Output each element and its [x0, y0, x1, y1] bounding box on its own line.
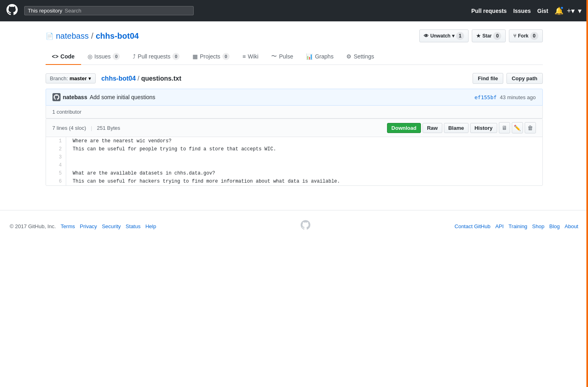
line-code: This can be useful for hackers trying to… [66, 177, 542, 185]
search-bar[interactable]: This repository [24, 6, 194, 15]
footer-api-link[interactable]: API [495, 223, 504, 229]
eye-icon: 👁 [424, 33, 429, 39]
commit-info: natebass Add some initial questions [52, 93, 155, 101]
footer-copyright: © 2017 GitHub, Inc. [10, 223, 56, 229]
issues-badge: 0 [113, 53, 120, 60]
tab-wiki-label: Wiki [248, 53, 258, 60]
table-row: 4 [46, 161, 542, 169]
footer-privacy-link[interactable]: Privacy [80, 223, 97, 229]
tab-pulse[interactable]: 〜 Pulse [265, 49, 299, 65]
footer-security-link[interactable]: Security [102, 223, 121, 229]
line-code [66, 153, 542, 161]
graphs-icon: 📊 [306, 53, 313, 60]
table-row: 2 This can be useful for people trying t… [46, 145, 542, 153]
breadcrumb-actions: Find file Copy path [473, 73, 542, 84]
gist-link[interactable]: Gist [537, 8, 548, 14]
star-label: Star [482, 33, 492, 39]
tab-settings-label: Settings [354, 53, 374, 60]
repo-title: 📄 natebass / chhs-bot04 [46, 31, 139, 41]
history-button[interactable]: History [470, 123, 497, 133]
line-code: This can be useful for people trying to … [66, 145, 542, 153]
code-icon: <> [52, 53, 59, 60]
repo-actions: 👁 Unwatch ▾ 1 ★ Star 0 ⑂ Fork 0 [419, 29, 542, 42]
tab-code[interactable]: <> Code [46, 49, 81, 65]
tab-issues[interactable]: ◎ Issues 0 [81, 49, 126, 65]
desktop-icon[interactable]: 🖥 [499, 122, 510, 133]
tab-issues-label: Issues [94, 53, 111, 60]
branch-selector-button[interactable]: Branch: master ▾ [46, 73, 96, 83]
unwatch-label: Unwatch [430, 33, 450, 39]
blame-button[interactable]: Blame [444, 123, 469, 133]
delete-icon[interactable]: 🗑 [525, 122, 536, 133]
tab-projects[interactable]: ▦ Projects 0 [186, 49, 236, 65]
notifications-button[interactable]: 🔔 [555, 6, 563, 15]
unwatch-button[interactable]: 👁 Unwatch ▾ 1 [419, 29, 469, 42]
breadcrumb: Branch: master ▾ chhs-bot04 / questions.… [46, 73, 182, 83]
footer-right: Contact GitHub API Training Shop Blog Ab… [454, 223, 578, 229]
unwatch-dropdown-icon: ▾ [452, 33, 454, 39]
download-button[interactable]: Download [387, 123, 421, 133]
tab-wiki[interactable]: ≡ Wiki [236, 49, 265, 65]
file-size: 251 Bytes [97, 125, 120, 131]
edit-icon[interactable]: ✏️ [512, 122, 523, 133]
file-lines-info: 7 lines (4 sloc) | 251 Bytes [52, 125, 120, 131]
site-header: This repository Pull requests Issues Gis… [0, 0, 588, 21]
site-footer: © 2017 GitHub, Inc. Terms Privacy Securi… [0, 210, 588, 242]
tab-settings[interactable]: ⚙ Settings [340, 49, 381, 65]
commit-sha-link[interactable]: ef155bf [475, 94, 497, 100]
line-number: 6 [46, 177, 66, 185]
repo-header: 📄 natebass / chhs-bot04 👁 Unwatch ▾ 1 ★ … [46, 29, 543, 42]
branch-dropdown-icon: ▾ [88, 75, 91, 81]
table-row: 5 What are the available datasets in chh… [46, 169, 542, 177]
footer-contact-link[interactable]: Contact GitHub [454, 223, 490, 229]
commit-meta: ef155bf 43 minutes ago [475, 94, 536, 100]
line-code [66, 161, 542, 169]
footer-about-link[interactable]: About [565, 223, 578, 229]
footer-blog-link[interactable]: Blog [549, 223, 560, 229]
star-button[interactable]: ★ Star 0 [472, 29, 506, 42]
breadcrumb-repo-link[interactable]: chhs-bot04 [101, 75, 136, 82]
repo-name-link[interactable]: chhs-bot04 [96, 31, 139, 41]
breadcrumb-filename: questions.txt [141, 75, 182, 82]
footer-training-link[interactable]: Training [508, 223, 527, 229]
github-logo-icon[interactable] [6, 4, 18, 18]
commit-author[interactable]: natebass [63, 94, 88, 100]
user-menu-button[interactable]: ▾ [578, 6, 582, 15]
footer-status-link[interactable]: Status [126, 223, 140, 229]
tab-graphs[interactable]: 📊 Graphs [299, 49, 340, 65]
search-input[interactable] [65, 8, 190, 14]
line-code: Where are the nearest wic vendors? [66, 137, 542, 145]
footer-left: © 2017 GitHub, Inc. Terms Privacy Securi… [10, 223, 156, 229]
tab-pr-label: Pull requests [138, 53, 170, 60]
fork-button[interactable]: ⑂ Fork 0 [509, 29, 542, 42]
tab-pull-requests[interactable]: ⤴ Pull requests 0 [126, 49, 186, 65]
star-icon: ★ [476, 33, 481, 39]
find-file-button[interactable]: Find file [473, 73, 503, 84]
fork-icon: ⑂ [513, 33, 516, 39]
footer-help-link[interactable]: Help [145, 223, 156, 229]
notification-dot [560, 6, 564, 10]
unwatch-count: 1 [456, 32, 464, 40]
pull-requests-link[interactable]: Pull requests [471, 8, 507, 14]
code-table: 1 Where are the nearest wic vendors? 2 T… [46, 137, 542, 185]
new-item-button[interactable]: +▾ [567, 6, 575, 15]
pulse-icon: 〜 [271, 53, 277, 60]
file-info-separator: | [91, 125, 92, 131]
star-count: 0 [493, 32, 501, 40]
repo-owner-link[interactable]: natebass [56, 31, 89, 41]
issues-link[interactable]: Issues [513, 8, 531, 14]
line-number: 4 [46, 161, 66, 169]
pr-icon: ⤴ [133, 53, 136, 60]
table-row: 6 This can be useful for hackers trying … [46, 177, 542, 185]
line-number: 5 [46, 169, 66, 177]
file-box: 7 lines (4 sloc) | 251 Bytes Download Ra… [46, 119, 543, 186]
branch-name: master [69, 75, 87, 81]
projects-badge: 0 [222, 53, 230, 60]
footer-terms-link[interactable]: Terms [61, 223, 75, 229]
tab-pulse-label: Pulse [279, 53, 293, 60]
tab-code-label: Code [61, 53, 75, 60]
copy-path-button[interactable]: Copy path [506, 73, 543, 84]
repo-separator: / [91, 31, 94, 41]
footer-shop-link[interactable]: Shop [532, 223, 544, 229]
raw-button[interactable]: Raw [423, 123, 442, 133]
